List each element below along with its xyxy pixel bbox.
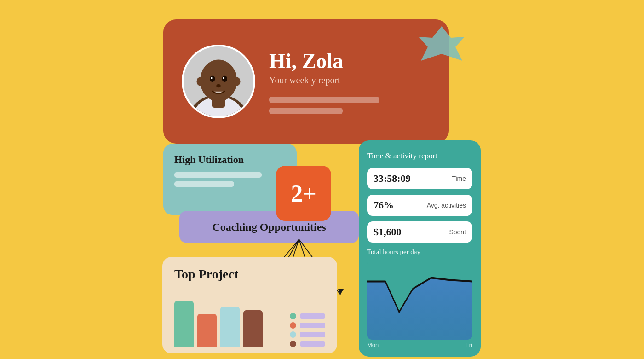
chart-section: Total hours per day Mon Fri bbox=[367, 248, 472, 348]
bar-green bbox=[174, 301, 194, 347]
stat-label-spent: Spent bbox=[449, 228, 466, 236]
legend-bar-3 bbox=[300, 332, 325, 337]
stat-row-activities: 76% Avg. activities bbox=[367, 195, 472, 216]
coaching-label: Coaching Opportunities bbox=[212, 221, 326, 233]
coaching-card: Coaching Opportunities bbox=[179, 211, 359, 243]
svg-point-9 bbox=[211, 77, 213, 79]
legend-dot-4 bbox=[290, 341, 296, 347]
welcome-subtitle: Your weekly report bbox=[269, 75, 430, 86]
bars-section bbox=[174, 301, 284, 347]
stat-value-activities: 76% bbox=[374, 199, 394, 211]
chart-label-fri: Fri bbox=[466, 342, 472, 348]
top-project-title: Top Project bbox=[174, 267, 325, 282]
stat-label-time: Time bbox=[452, 175, 466, 182]
bar-teal bbox=[220, 307, 240, 347]
activity-card: Time & activity report 33:58:09 Time 76%… bbox=[359, 140, 481, 357]
svg-point-6 bbox=[233, 77, 240, 86]
welcome-bar-long bbox=[269, 97, 380, 103]
star-shape-decoration bbox=[419, 24, 465, 75]
bar-brown bbox=[243, 310, 263, 347]
svg-point-8 bbox=[222, 76, 227, 82]
activity-title: Time & activity report bbox=[367, 151, 472, 161]
welcome-bar-short bbox=[269, 108, 343, 114]
svg-marker-21 bbox=[338, 289, 344, 295]
bar-orange bbox=[197, 314, 217, 347]
line-chart bbox=[367, 260, 472, 340]
svg-point-5 bbox=[197, 77, 204, 86]
top-project-chart bbox=[174, 288, 325, 347]
badge-2plus: 2+ bbox=[276, 166, 331, 221]
svg-point-4 bbox=[200, 60, 237, 102]
svg-point-10 bbox=[223, 77, 225, 79]
stat-value-spent: $1,600 bbox=[374, 226, 402, 238]
welcome-card: Hi, Zola Your weekly report bbox=[163, 19, 448, 144]
stat-label-activities: Avg. activities bbox=[427, 202, 466, 209]
chart-labels: Mon Fri bbox=[367, 342, 472, 348]
legend-item-4 bbox=[290, 341, 325, 347]
legend-bar-4 bbox=[300, 341, 325, 347]
avatar bbox=[182, 45, 255, 118]
util-bars bbox=[174, 172, 286, 187]
chart-label-mon: Mon bbox=[367, 342, 379, 348]
top-project-card: Top Project bbox=[162, 257, 337, 353]
welcome-text-block: Hi, Zola Your weekly report bbox=[269, 49, 430, 114]
utilization-title: High Utilization bbox=[174, 154, 286, 166]
chart-section-title: Total hours per day bbox=[367, 248, 472, 256]
welcome-greeting: Hi, Zola bbox=[269, 49, 430, 73]
util-bar-2 bbox=[174, 181, 234, 187]
svg-point-11 bbox=[216, 84, 221, 88]
stat-value-time: 33:58:09 bbox=[374, 173, 411, 185]
util-bar-1 bbox=[174, 172, 262, 178]
legend-dot-3 bbox=[290, 331, 296, 338]
stat-row-time: 33:58:09 Time bbox=[367, 168, 472, 189]
legend-item-2 bbox=[290, 322, 325, 329]
legend-section bbox=[290, 313, 325, 347]
legend-item-1 bbox=[290, 313, 325, 319]
legend-item-3 bbox=[290, 331, 325, 338]
stat-row-spent: $1,600 Spent bbox=[367, 221, 472, 243]
legend-bar-2 bbox=[300, 323, 325, 328]
welcome-bars bbox=[269, 97, 430, 114]
svg-point-7 bbox=[210, 76, 215, 82]
legend-dot-1 bbox=[290, 313, 296, 319]
legend-bar-1 bbox=[300, 313, 325, 319]
legend-dot-2 bbox=[290, 322, 296, 329]
badge-value: 2+ bbox=[291, 180, 316, 207]
